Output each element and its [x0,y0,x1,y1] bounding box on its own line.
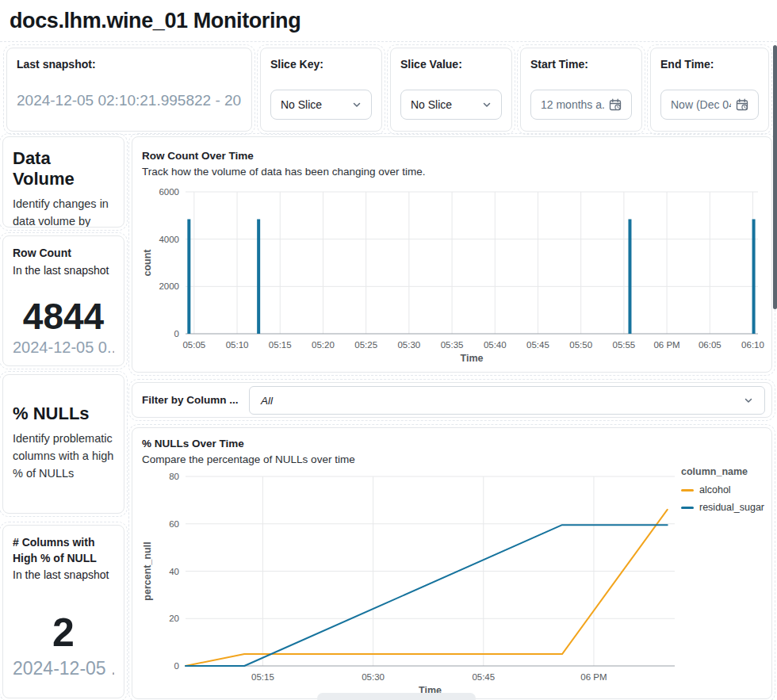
high-null-columns-value: 2 [13,612,114,654]
end-time-input[interactable]: Now (Dec 04,... [660,90,759,120]
pct-nulls-description: Identify problematic columns with a high… [13,430,114,482]
chart-legend: column_name alcohol residual_sugar [681,466,764,519]
start-time-input[interactable]: 12 months a... [530,90,632,120]
high-null-columns-date: 2024-12-05 ... [13,658,114,679]
pct-nulls-title: % NULLs [13,404,114,424]
svg-text:06 PM: 06 PM [653,340,679,350]
svg-text:05:45: 05:45 [472,672,495,682]
svg-text:05:35: 05:35 [441,340,464,350]
data-volume-title: Data Volume [13,148,114,189]
last-snapshot-card: Last snapshot: 2024-12-05 02:10:21.99582… [6,48,252,132]
alcohol-line-swatch [681,489,694,492]
legend-label-alcohol: alcohol [699,484,731,495]
svg-text:4000: 4000 [159,235,179,244]
svg-text:80: 80 [169,472,179,481]
svg-text:05:45: 05:45 [526,340,549,350]
slice-key-label: Slice Key: [270,58,372,71]
page-header: docs.lhm.wine_01 Monitoring [0,0,777,42]
legend-item-residual-sugar[interactable]: residual_sugar [681,502,764,513]
row-count-value: 4844 [13,297,114,335]
svg-text:06 PM: 06 PM [580,672,607,682]
slice-key-value: No Slice [281,98,322,111]
page-title: docs.lhm.wine_01 Monitoring [10,9,300,33]
horizontal-scrollbar[interactable] [317,693,476,700]
svg-text:06:05: 06:05 [699,340,722,350]
chevron-down-icon [744,396,753,405]
vertical-scrollbar[interactable] [773,45,777,309]
slice-value-select[interactable]: No Slice [400,90,502,120]
slice-key-card: Slice Key: No Slice [260,48,382,132]
high-null-columns-subtitle: In the last snapshot [13,568,114,583]
svg-text:count: count [142,249,153,277]
row-count-stat-card: Row Count In the last snapshot 4844 2024… [2,235,124,366]
filter-column-select[interactable]: All [249,386,765,415]
residual-sugar-line-swatch [681,507,694,509]
legend-label-residual-sugar: residual_sugar [699,502,764,513]
svg-text:20: 20 [169,614,179,623]
row-count-stat-subtitle: In the last snapshot [13,263,114,279]
start-time-label: Start Time: [530,58,632,71]
filter-card: Filter by Column ... All [132,382,772,418]
high-null-columns-card: # Columns with High % of NULL In the las… [2,525,124,698]
svg-text:05:15: 05:15 [269,340,292,350]
filter-value: All [261,395,273,407]
svg-text:6000: 6000 [159,187,179,197]
row-count-stat-title: Row Count [13,246,114,262]
svg-text:05:15: 05:15 [251,672,274,682]
svg-text:60: 60 [169,519,179,529]
legend-item-alcohol[interactable]: alcohol [681,484,764,495]
filter-label: Filter by Column ... [142,394,239,406]
start-time-card: Start Time: 12 months a... [520,48,642,132]
svg-text:Time: Time [461,353,484,364]
row-count-date: 2024-12-05 0... [13,339,114,357]
svg-text:06:10: 06:10 [741,340,764,350]
svg-text:05:30: 05:30 [362,672,385,682]
svg-text:0: 0 [174,329,179,339]
svg-text:05:20: 05:20 [312,340,335,350]
last-snapshot-value: 2024-12-05 02:10:21.995822 - 2024-1... [17,92,242,109]
svg-text:05:25: 05:25 [354,340,377,350]
svg-text:05:30: 05:30 [397,340,420,350]
data-volume-card: Data Volume Identify changes in data vol… [2,136,124,228]
svg-text:05:05: 05:05 [182,340,205,350]
svg-text:05:40: 05:40 [484,340,507,350]
svg-text:05:55: 05:55 [612,340,635,350]
legend-title: column_name [681,466,764,477]
nulls-chart-card: % NULLs Over Time Compare the percentage… [132,427,772,699]
end-time-value: Now (Dec 04,... [671,98,731,111]
row-count-chart-card: Row Count Over Time Track how the volume… [132,136,772,373]
svg-text:2000: 2000 [159,281,179,291]
calendar-clock-icon [609,98,622,111]
chevron-down-icon [482,100,492,109]
svg-text:40: 40 [169,567,179,576]
slice-key-select[interactable]: No Slice [270,90,372,120]
slice-value-label: Slice Value: [400,58,502,71]
end-time-card: End Time: Now (Dec 04,... [650,48,769,132]
start-time-value: 12 months a... [541,98,604,111]
pct-nulls-card: % NULLs Identify problematic columns wit… [2,374,124,514]
data-volume-description: Identify changes in data volume by track… [13,196,114,228]
last-snapshot-label: Last snapshot: [17,58,242,71]
slice-value-value: No Slice [411,98,452,111]
slice-value-card: Slice Value: No Slice [390,48,512,132]
svg-text:0: 0 [174,661,179,671]
svg-text:05:10: 05:10 [226,340,249,350]
end-time-label: End Time: [660,58,759,71]
chevron-down-icon [352,100,362,109]
high-null-columns-title: # Columns with High % of NULL [13,535,114,566]
row-count-chart: 05:0505:1005:1505:2005:2505:3005:3505:40… [132,137,772,373]
calendar-clock-icon [736,98,748,111]
nulls-chart: 05:1505:3005:4506 PM020406080Timepercent… [132,428,772,699]
svg-text:05:50: 05:50 [569,340,592,350]
svg-text:percent_null: percent_null [142,541,153,600]
